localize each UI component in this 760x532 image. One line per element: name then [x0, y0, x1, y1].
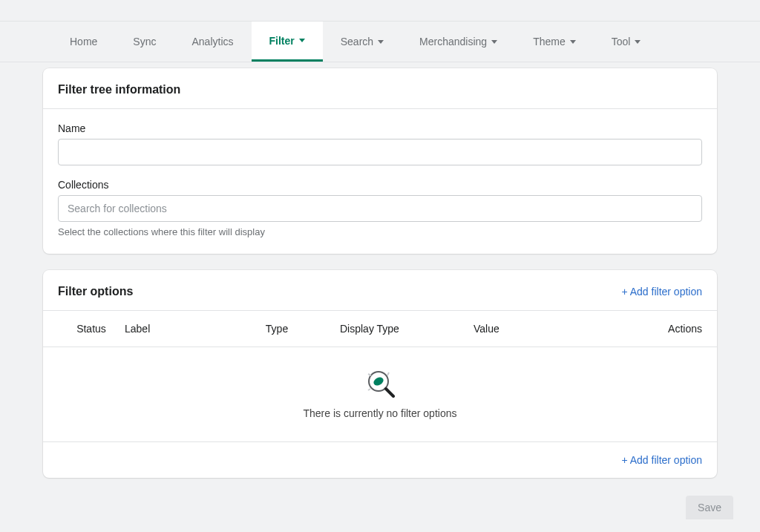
svg-line-5	[368, 389, 370, 390]
nav-filter[interactable]: Filter	[252, 22, 323, 62]
top-nav: Home Sync Analytics Filter Search Mercha…	[0, 21, 760, 62]
col-type: Type	[214, 323, 340, 335]
svg-line-2	[386, 389, 393, 396]
save-button[interactable]: Save	[686, 496, 733, 519]
caret-down-icon	[378, 40, 384, 44]
caret-down-icon	[299, 39, 305, 42]
collections-input[interactable]	[58, 195, 702, 222]
svg-line-3	[368, 374, 371, 375]
nav-merchandising[interactable]: Merchandising	[402, 22, 515, 62]
filter-tree-info-card: Filter tree information Name Collections…	[43, 68, 717, 254]
svg-line-4	[387, 372, 389, 375]
empty-state: There is currently no filter options	[43, 347, 717, 442]
col-actions: Actions	[585, 323, 702, 335]
nav-home[interactable]: Home	[52, 22, 115, 62]
card-title: Filter tree information	[58, 83, 180, 96]
col-label: Label	[125, 323, 214, 335]
caret-down-icon	[635, 40, 641, 44]
collections-help-text: Select the collections where this filter…	[58, 226, 702, 237]
col-status: Status	[58, 323, 125, 335]
col-display-type: Display Type	[340, 323, 474, 335]
col-value: Value	[474, 323, 585, 335]
add-filter-option-button-footer[interactable]: + Add filter option	[621, 454, 702, 466]
card-title: Filter options	[58, 285, 133, 298]
caret-down-icon	[570, 40, 576, 44]
collections-label: Collections	[58, 179, 702, 191]
nav-search[interactable]: Search	[323, 22, 402, 62]
nav-analytics[interactable]: Analytics	[174, 22, 251, 62]
nav-theme[interactable]: Theme	[515, 22, 594, 62]
empty-message: There is currently no filter options	[58, 407, 702, 419]
filter-options-table-header: Status Label Type Display Type Value Act…	[43, 311, 717, 347]
nav-sync[interactable]: Sync	[115, 22, 174, 62]
name-label: Name	[58, 122, 702, 134]
add-filter-option-button[interactable]: + Add filter option	[621, 286, 702, 298]
name-input[interactable]	[58, 139, 702, 165]
filter-options-card: Filter options + Add filter option Statu…	[43, 270, 717, 478]
caret-down-icon	[491, 40, 497, 44]
nav-tool[interactable]: Tool	[594, 22, 659, 62]
magnifier-empty-icon	[364, 368, 396, 400]
